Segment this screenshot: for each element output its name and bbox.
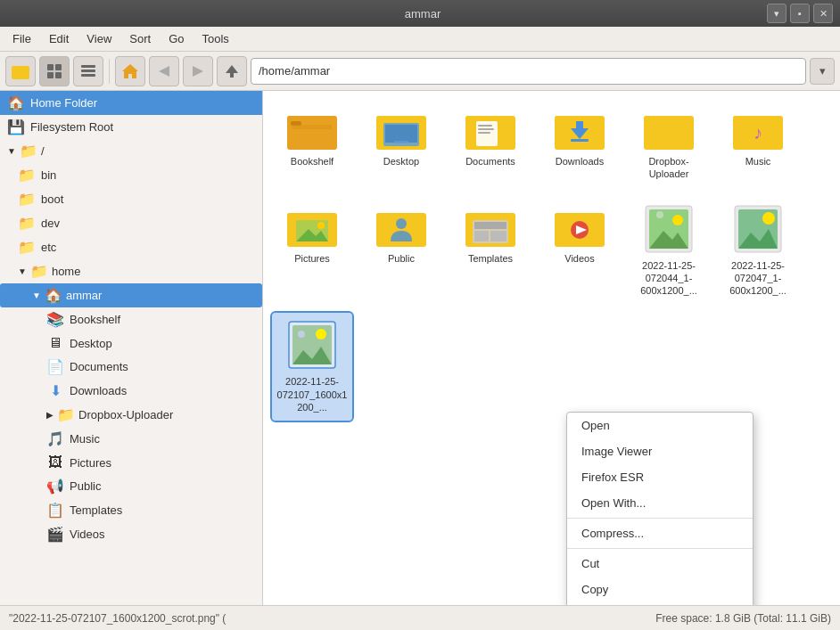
svg-point-60 [656,211,663,218]
sidebar-ammar-label: ammar [66,289,102,302]
context-image-viewer[interactable]: Image Viewer [567,438,753,464]
sidebar-root-label: / [41,144,45,158]
menu-go[interactable]: Go [160,29,193,49]
sidebar-item-desktop[interactable]: 🖥 Desktop [0,331,262,355]
svg-rect-21 [385,125,417,143]
file-downloads[interactable]: Downloads [539,100,620,188]
file-public[interactable]: Public [361,197,441,305]
address-dropdown[interactable]: ▾ [810,58,835,85]
file-image1[interactable]: 2022-11-25-072044_1-600x1200_... [629,197,709,305]
sidebar-item-filesystem-root[interactable]: 💾 Filesystem Root [0,115,262,139]
image3-label: 2022-11-25-072107_1600x1200_... [276,375,349,413]
up-button[interactable] [217,56,247,86]
menu-sort[interactable]: Sort [120,29,160,49]
file-music[interactable]: ♪ Music [718,100,798,188]
maximize-button[interactable]: ▪ [790,4,810,23]
context-sep2 [567,548,753,549]
sidebar-item-bin[interactable]: 📁 bin [0,163,262,187]
list-view-button[interactable] [73,56,103,86]
dropbox-file-label: Dropbox-Uploader [632,155,705,181]
file-documents[interactable]: Documents [450,100,531,188]
svg-point-42 [317,222,325,229]
svg-rect-39 [287,213,305,219]
sidebar-item-documents[interactable]: 📄 Documents [0,355,262,379]
svg-point-45 [396,218,407,229]
file-dropbox[interactable]: Dropbox-Uploader [629,100,709,188]
icon-view-button[interactable] [39,56,70,86]
sidebar-item-dropbox[interactable]: ▶ 📁 Dropbox-Uploader [0,403,262,427]
menubar: File Edit View Sort Go Tools [0,27,840,52]
file-image2[interactable]: 2022-11-25-072047_1-600x1200_... [718,197,798,305]
file-pictures[interactable]: Pictures [272,197,352,305]
svg-rect-36 [733,116,751,122]
public-file-label: Public [388,252,415,265]
svg-point-64 [762,212,775,225]
file-templates[interactable]: Templates [450,197,531,305]
menu-file[interactable]: File [4,29,40,49]
sidebar-item-bookshelf[interactable]: 📚 Bookshelf [0,307,262,331]
toolbar-sep1 [109,59,110,84]
context-open-with[interactable]: Open With... [567,490,753,516]
sidebar-item-music[interactable]: 🎵 Music [0,427,262,451]
dev-icon: 📁 [18,215,36,232]
forward-button[interactable] [183,56,213,86]
menu-edit[interactable]: Edit [40,29,78,49]
sidebar-item-home-folder[interactable]: 🏠 Home Folder [0,91,262,115]
context-compress[interactable]: Compress... [567,520,753,546]
chevron-root: ▼ [7,146,16,156]
file-image3[interactable]: 2022-11-25-072107_1600x1200_... [272,313,352,421]
file-desktop[interactable]: Desktop [361,100,441,188]
pictures-icon: 🖼 [46,454,64,470]
close-button[interactable]: ✕ [813,4,833,23]
sidebar-home-dir-label: home [52,265,81,278]
context-cut[interactable]: Cut [567,551,753,577]
sidebar-home-label: Home Folder [30,96,97,110]
sidebar-item-pictures[interactable]: 🖼 Pictures [0,451,262,474]
titlebar: ammar ▾ ▪ ✕ [0,0,840,27]
music-icon: 🎵 [46,430,64,447]
sidebar-item-templates[interactable]: 📋 Templates [0,498,262,522]
sidebar-item-etc[interactable]: 📁 etc [0,235,262,259]
svg-rect-13 [230,73,234,78]
context-copy[interactable]: Copy [567,577,753,602]
file-videos[interactable]: Videos [539,197,620,305]
context-move-to-wastebasket[interactable]: Move to Wastebasket [567,602,753,605]
svg-rect-1 [12,66,20,70]
minimize-button[interactable]: ▾ [767,4,786,23]
menu-view[interactable]: View [78,29,120,49]
sidebar-templates-label: Templates [70,503,122,517]
sidebar-item-downloads[interactable]: ⬇ Downloads [0,379,262,403]
sidebar-tree-root[interactable]: ▼ 📁 / [0,139,262,163]
svg-rect-6 [81,65,95,68]
svg-rect-27 [478,128,494,130]
sidebar-item-public[interactable]: 📢 Public [0,474,262,498]
file-bookshelf[interactable]: Bookshelf [272,100,352,188]
svg-rect-47 [465,213,483,219]
image1-label: 2022-11-25-072044_1-600x1200_... [632,259,705,298]
new-folder-button[interactable] [5,56,36,86]
sidebar-item-boot[interactable]: 📁 boot [0,187,262,211]
home-button[interactable] [115,56,145,86]
address-bar[interactable]: /home/ammar [251,58,806,85]
svg-text:♪: ♪ [754,123,762,143]
back-button[interactable] [149,56,179,86]
statusbar: "2022-11-25-072107_1600x1200_scrot.png" … [0,605,840,630]
templates-file-label: Templates [468,252,513,265]
chevron-dropbox: ▶ [46,410,54,420]
svg-rect-26 [478,125,492,127]
sidebar-item-videos[interactable]: 🎬 Videos [0,522,262,546]
sidebar-desktop-label: Desktop [70,337,112,350]
sidebar-item-dev[interactable]: 📁 dev [0,211,262,235]
context-firefox[interactable]: Firefox ESR [567,464,753,490]
sidebar-videos-label: Videos [70,528,105,541]
ammar-icon: 🏠 [45,287,62,304]
templates-icon: 📋 [46,502,64,519]
sidebar-tree-ammar[interactable]: ▼ 🏠 ammar [0,283,262,307]
menu-tools[interactable]: Tools [194,29,238,49]
downloads-file-label: Downloads [556,155,604,168]
sidebar-tree-home[interactable]: ▼ 📁 home [0,259,262,283]
sidebar-music-label: Music [70,432,100,446]
svg-rect-51 [490,231,506,241]
svg-rect-15 [287,116,305,122]
context-open[interactable]: Open [567,413,753,438]
